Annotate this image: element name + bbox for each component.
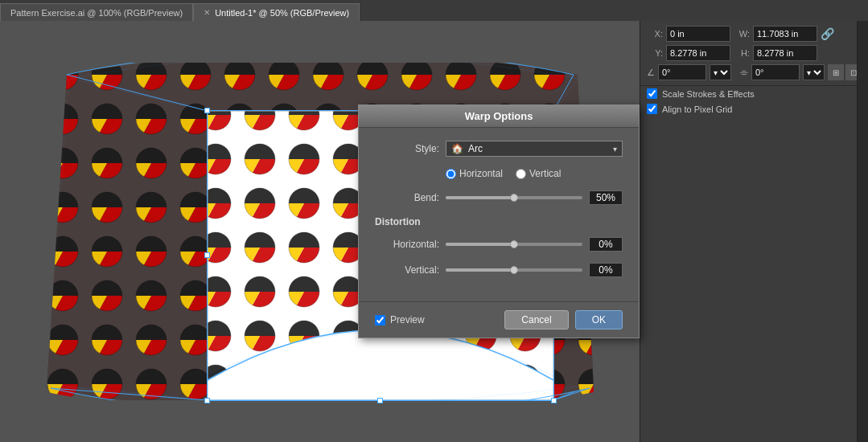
tab-label: Untitled-1* @ 50% (RGB/Preview) (215, 8, 349, 18)
scale-strokes-checkbox[interactable] (647, 88, 657, 99)
horizontal-radio[interactable] (446, 169, 456, 179)
scrollbar-strip[interactable] (857, 21, 868, 442)
vertical-label: Vertical (529, 168, 561, 179)
tab-label: Pattern Exercise.ai @ 100% (RGB/Preview) (10, 8, 183, 18)
horizontal-label: Horizontal (459, 168, 503, 179)
scale-strokes-row: Scale Strokes & Effects (640, 86, 857, 101)
bend-row: Bend: 50% (375, 190, 623, 205)
horiz-dist-row: Horizontal: 0% (375, 237, 623, 252)
bend-slider[interactable] (446, 196, 582, 199)
preview-row: Preview (375, 314, 498, 325)
align-pixel-checkbox[interactable] (647, 104, 657, 114)
y-input[interactable] (666, 45, 730, 61)
h-label: H: (734, 48, 750, 58)
radio-group: Horizontal Vertical (446, 168, 561, 179)
y-label: Y: (647, 48, 663, 58)
vertical-radio-label[interactable]: Vertical (516, 168, 561, 179)
x-label: X: (647, 29, 663, 39)
vertical-radio[interactable] (516, 169, 526, 179)
angle1-input[interactable] (658, 64, 706, 80)
horiz-dist-label: Horizontal: (375, 239, 439, 250)
horizontal-radio-label[interactable]: Horizontal (446, 168, 503, 179)
transform-controls: X: W: 🔗 Y: H: ∠ ▾ ⌯ ▾ ⊞ (640, 21, 857, 86)
style-value: Arc (468, 143, 608, 154)
scale-strokes-label: Scale Strokes & Effects (662, 89, 755, 99)
style-dropdown-arrow: ▾ (613, 145, 617, 153)
tab-pattern-exercise[interactable]: Pattern Exercise.ai @ 100% (RGB/Preview) (0, 3, 193, 21)
grid-icon-1[interactable]: ⊞ (828, 64, 844, 80)
align-pixel-label: Align to Pixel Grid (662, 104, 732, 114)
align-pixel-row: Align to Pixel Grid (640, 101, 857, 117)
warp-dialog-title: Warp Options (359, 105, 639, 128)
arc-icon: 🏠 (451, 143, 463, 154)
w-input[interactable] (753, 26, 817, 42)
angle-icon2: ⌯ (739, 68, 748, 77)
tab-untitled[interactable]: ✕ Untitled-1* @ 50% (RGB/Preview) (193, 3, 360, 21)
x-input[interactable] (666, 26, 730, 42)
angle1-dropdown[interactable]: ▾ (710, 64, 731, 80)
h-input[interactable] (753, 45, 817, 61)
bend-label: Bend: (375, 192, 439, 203)
w-label: W: (734, 29, 750, 39)
warp-options-dialog: Warp Options Style: 🏠 Arc ▾ Horizontal V… (358, 104, 640, 338)
bend-value: 50% (589, 190, 623, 205)
orientation-row: Horizontal Vertical (375, 168, 623, 179)
tab-close-icon[interactable]: ✕ (204, 8, 210, 17)
vert-dist-label: Vertical: (375, 264, 439, 276)
distortion-title: Distortion (375, 216, 623, 227)
vert-dist-value: 0% (589, 263, 623, 277)
angle2-input[interactable] (751, 64, 800, 80)
style-label: Style: (375, 143, 439, 154)
warp-dialog-body: Style: 🏠 Arc ▾ Horizontal Vertical (359, 128, 639, 301)
style-row: Style: 🏠 Arc ▾ (375, 141, 623, 157)
warp-dialog-footer: Preview Cancel OK (359, 301, 639, 338)
preview-checkbox[interactable] (375, 315, 385, 325)
right-panel: X: W: 🔗 Y: H: ∠ ▾ ⌯ ▾ ⊞ (640, 21, 857, 442)
vert-dist-slider[interactable] (446, 268, 582, 272)
tab-bar: Pattern Exercise.ai @ 100% (RGB/Preview)… (0, 0, 868, 21)
vert-dist-row: Vertical: 0% (375, 263, 623, 277)
angle2-dropdown[interactable]: ▾ (803, 64, 825, 80)
cancel-button[interactable]: Cancel (504, 310, 568, 329)
ok-button[interactable]: OK (575, 310, 623, 329)
preview-label: Preview (390, 314, 425, 325)
style-select[interactable]: 🏠 Arc ▾ (446, 141, 623, 157)
horiz-dist-value: 0% (589, 237, 623, 252)
angle-icon1: ∠ (647, 68, 655, 78)
link-icon[interactable]: 🔗 (821, 27, 834, 40)
horiz-dist-slider[interactable] (446, 243, 582, 246)
